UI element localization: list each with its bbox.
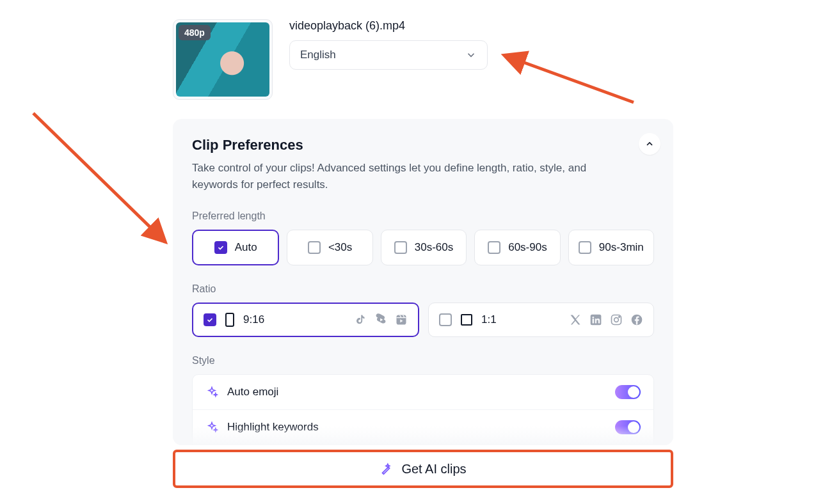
svg-line-9 [33, 113, 163, 240]
svg-point-5 [619, 317, 620, 318]
toggle-auto-emoji[interactable] [615, 385, 641, 399]
language-select[interactable]: English [289, 40, 488, 70]
sparkle-icon [205, 386, 218, 398]
language-value: English [300, 49, 336, 61]
length-label: 30s-60s [415, 241, 453, 254]
instagram-icon [610, 313, 623, 326]
clip-preferences-card: Clip Preferences Take control of your cl… [173, 119, 673, 445]
length-option-30s[interactable]: <30s [287, 230, 372, 265]
toggle-highlight[interactable] [615, 420, 641, 434]
resolution-badge: 480p [179, 25, 211, 40]
cta-label: Get AI clips [401, 462, 466, 476]
checkbox-icon [204, 313, 216, 326]
length-label: 60s-90s [508, 241, 547, 254]
sparkle-icon [205, 421, 218, 434]
style-label: Highlight keywords [227, 421, 319, 434]
style-row-auto-emoji: Auto emoji [193, 375, 653, 409]
checkbox-icon [439, 313, 452, 326]
file-name: videoplayback (6).mp4 [289, 19, 673, 33]
card-title: Clip Preferences [192, 137, 654, 154]
length-label: <30s [328, 241, 352, 254]
chevron-down-icon [465, 49, 477, 61]
wand-icon [380, 462, 394, 476]
svg-point-2 [593, 317, 595, 319]
video-thumbnail[interactable]: 480p [173, 19, 273, 100]
svg-rect-0 [397, 315, 406, 325]
checkbox-icon [488, 241, 500, 254]
tiktok-icon [354, 313, 367, 326]
linkedin-icon [589, 313, 602, 326]
card-subtitle: Take control of your clips! Advanced set… [192, 160, 614, 193]
x-icon [569, 313, 582, 326]
ratio-label: 9:16 [243, 313, 264, 326]
ratio-option-9-16[interactable]: 9:16 [192, 303, 419, 337]
style-row-template[interactable]: Template Default [193, 445, 653, 445]
get-ai-clips-button[interactable]: Get AI clips [173, 450, 673, 488]
checkbox-icon [214, 241, 227, 254]
length-option-30-60s[interactable]: 30s-60s [381, 230, 467, 265]
annotation-arrow [26, 106, 173, 249]
style-label: Auto emoji [227, 386, 278, 398]
checkbox-icon [394, 241, 407, 254]
checkbox-icon [579, 241, 591, 254]
length-option-auto[interactable]: Auto [192, 230, 279, 265]
checkbox-icon [308, 241, 321, 254]
length-section-label: Preferred length [192, 210, 654, 222]
ratio-option-1-1[interactable]: 1:1 [428, 303, 654, 337]
reels-icon [395, 313, 408, 326]
square-icon [461, 314, 472, 326]
ratio-section-label: Ratio [192, 283, 654, 295]
length-label: Auto [235, 241, 257, 254]
length-label: 90s-3min [599, 241, 644, 254]
length-option-90s-3min[interactable]: 90s-3min [568, 230, 654, 265]
collapse-button[interactable] [639, 133, 660, 155]
shorts-icon [374, 313, 387, 326]
style-row-highlight: Highlight keywords [193, 409, 653, 445]
style-section-label: Style [192, 355, 654, 366]
svg-point-4 [614, 318, 619, 322]
facebook-icon [630, 313, 643, 326]
length-option-60-90s[interactable]: 60s-90s [474, 230, 560, 265]
ratio-label: 1:1 [481, 313, 497, 326]
phone-icon [225, 313, 234, 327]
